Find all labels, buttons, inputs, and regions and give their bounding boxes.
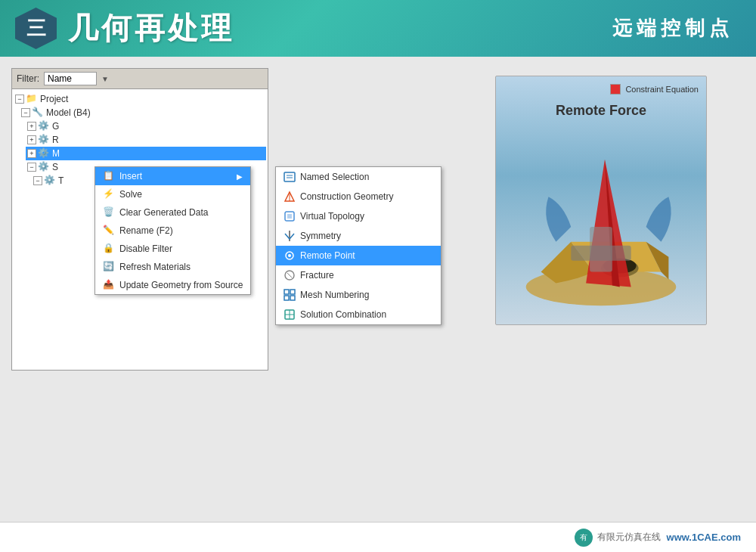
right-panel: Constraint Equation Remote Force xyxy=(457,68,745,510)
item-s-expander[interactable]: − xyxy=(27,163,36,172)
tree-model[interactable]: − 🔧 Model (B4) xyxy=(20,106,266,119)
legend-label: Constraint Equation xyxy=(625,85,699,94)
insert-icon: 📋 xyxy=(103,170,115,182)
svg-rect-25 xyxy=(571,246,631,261)
submenu-fracture[interactable]: Fracture xyxy=(276,265,441,285)
menu-refresh-label: Refresh Materials xyxy=(119,262,191,272)
rename-icon: ✏️ xyxy=(103,225,115,237)
symmetry-icon xyxy=(284,230,296,242)
filter-dropdown-arrow[interactable]: ▼ xyxy=(101,75,109,83)
item-r-expander[interactable]: + xyxy=(27,135,36,144)
header-title: 几何再处理 xyxy=(68,8,234,49)
item-m-expander[interactable]: + xyxy=(27,149,36,158)
menu-update[interactable]: 📤 Update Geometry from Source xyxy=(95,276,250,294)
menu-disable-label: Disable Filter xyxy=(119,243,172,254)
submenu-virtual-topology-label: Virtual Topology xyxy=(300,211,364,222)
menu-rename[interactable]: ✏️ Rename (F2) xyxy=(95,222,250,240)
menu-clear[interactable]: 🗑️ Clear Generated Data xyxy=(95,203,250,222)
menu-insert-label: Insert xyxy=(119,171,142,181)
solution-combination-icon xyxy=(284,309,296,321)
filter-bar: Filter: ▼ xyxy=(12,69,268,89)
menu-disable[interactable]: 🔒 Disable Filter xyxy=(95,240,250,258)
submenu-named-selection[interactable]: Named Selection xyxy=(276,167,441,187)
clear-icon: 🗑️ xyxy=(103,206,115,219)
update-icon: 📤 xyxy=(103,279,115,291)
disable-icon: 🔒 xyxy=(103,243,115,255)
named-selection-icon xyxy=(284,171,296,183)
svg-rect-14 xyxy=(284,296,289,300)
svg-rect-0 xyxy=(284,172,295,181)
model-expander[interactable]: − xyxy=(21,108,30,117)
submenu-solution-combination[interactable]: Solution Combination xyxy=(276,305,441,324)
item-g-icon: ⚙️ xyxy=(38,120,50,132)
solve-icon: ⚡ xyxy=(103,188,115,200)
submenu-named-selection-label: Named Selection xyxy=(300,172,369,182)
item-r-icon: ⚙️ xyxy=(38,134,50,146)
submenu-remote-point[interactable]: Remote Point xyxy=(276,246,441,265)
header: 三 几何再处理 远端控制点 xyxy=(0,0,756,57)
menu-clear-label: Clear Generated Data xyxy=(119,207,208,218)
item-s-icon: ⚙️ xyxy=(38,161,50,173)
submenu-mesh-numbering-label: Mesh Numbering xyxy=(300,290,369,300)
submenu-construction-geometry[interactable]: Construction Geometry xyxy=(276,187,441,206)
item-g-label: G xyxy=(52,121,59,132)
tree-item-r[interactable]: + ⚙️ R xyxy=(26,133,266,147)
fracture-icon xyxy=(284,269,296,281)
virtual-topology-icon xyxy=(284,210,296,222)
menu-rename-label: Rename (F2) xyxy=(119,225,173,236)
model-legend: Constraint Equation xyxy=(610,84,699,95)
menu-solve[interactable]: ⚡ Solve xyxy=(95,185,250,203)
tree-project[interactable]: − 📁 Project xyxy=(14,92,266,106)
item-s-child-expander[interactable]: − xyxy=(33,176,42,185)
menu-refresh[interactable]: 🔄 Refresh Materials xyxy=(95,258,250,276)
header-subtitle: 远端控制点 xyxy=(612,15,733,42)
project-icon: 📁 xyxy=(26,93,38,105)
remote-point-icon xyxy=(284,250,296,262)
footer-logo: 有 有限元仿真在线 xyxy=(575,529,661,547)
mesh-numbering-icon xyxy=(284,289,296,301)
project-label: Project xyxy=(40,94,68,104)
tree-item-g[interactable]: + ⚙️ G xyxy=(26,119,266,133)
item-s-child-label: T xyxy=(58,175,64,186)
item-g-expander[interactable]: + xyxy=(27,122,36,131)
menu-insert[interactable]: 📋 Insert ▶ xyxy=(95,167,250,185)
model-title: Remote Force xyxy=(496,103,706,119)
filter-input[interactable] xyxy=(44,72,97,85)
item-m-label: M xyxy=(52,148,60,159)
svg-line-11 xyxy=(287,273,292,278)
project-expander[interactable]: − xyxy=(15,95,24,104)
submenu-solution-combination-label: Solution Combination xyxy=(300,309,386,320)
model-svg xyxy=(496,122,706,324)
item-m-icon: ⚙️ xyxy=(38,147,50,160)
item-r-label: R xyxy=(52,135,59,145)
model-icon: 🔧 xyxy=(32,107,44,119)
submenu-symmetry-label: Symmetry xyxy=(300,231,341,241)
refresh-icon: 🔄 xyxy=(103,261,115,273)
footer-site[interactable]: www.1CAE.com xyxy=(667,532,741,543)
legend-box xyxy=(610,84,621,95)
svg-rect-15 xyxy=(290,296,295,300)
construction-geometry-icon xyxy=(284,191,296,203)
submenu-virtual-topology[interactable]: Virtual Topology xyxy=(276,206,441,226)
main-content: Filter: ▼ − 📁 Project − 🔧 Model (B4) + ⚙… xyxy=(0,57,756,522)
svg-point-9 xyxy=(288,254,291,257)
filter-label: Filter: xyxy=(17,73,39,84)
svg-rect-12 xyxy=(284,290,289,294)
submenu-remote-point-label: Remote Point xyxy=(300,250,355,261)
submenu-mesh-numbering[interactable]: Mesh Numbering xyxy=(276,285,441,305)
footer-logo-text: 有限元仿真在线 xyxy=(597,531,661,544)
hexagon-label: 三 xyxy=(26,15,46,42)
model-view: Constraint Equation Remote Force xyxy=(495,76,707,325)
svg-rect-6 xyxy=(287,214,292,219)
context-menu: 📋 Insert ▶ ⚡ Solve 🗑️ Clear Generated Da… xyxy=(94,166,251,295)
submenu-symmetry[interactable]: Symmetry xyxy=(276,226,441,246)
model-label: Model (B4) xyxy=(46,107,91,118)
menu-update-label: Update Geometry from Source xyxy=(119,280,243,290)
insert-arrow: ▶ xyxy=(237,172,243,181)
submenu: Named Selection Construction Geometry Vi… xyxy=(275,166,442,325)
menu-solve-label: Solve xyxy=(119,189,142,200)
footer-logo-icon: 有 xyxy=(575,529,593,547)
header-hexagon: 三 xyxy=(15,8,57,49)
footer: 有 有限元仿真在线 www.1CAE.com xyxy=(0,522,756,552)
tree-item-m[interactable]: + ⚙️ M xyxy=(26,147,266,160)
